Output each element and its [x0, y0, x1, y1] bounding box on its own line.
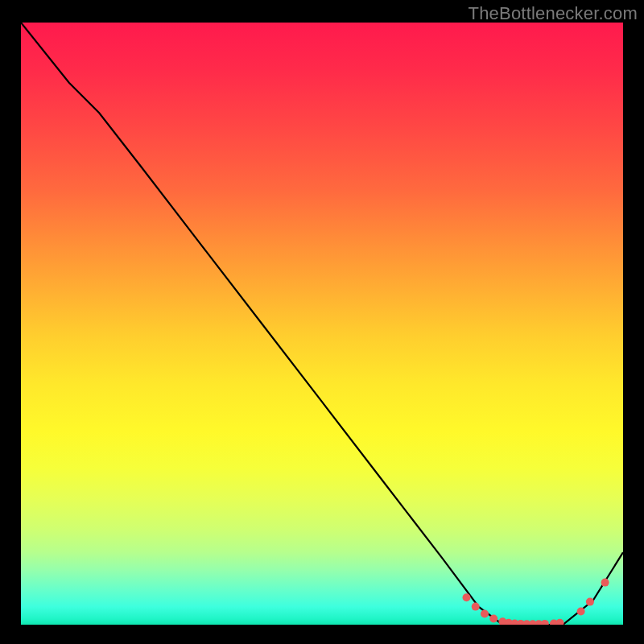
chart-frame: TheBottlenecker.com	[0, 0, 644, 644]
attribution-label: TheBottlenecker.com	[469, 3, 638, 24]
data-marker	[577, 608, 585, 616]
plot-area	[21, 23, 623, 625]
data-marker	[463, 593, 471, 601]
data-marker	[601, 579, 609, 587]
data-marker	[541, 620, 549, 625]
data-marker	[556, 619, 564, 625]
data-marker	[481, 610, 489, 618]
bottleneck-curve	[21, 23, 623, 625]
curve-layer	[21, 23, 623, 625]
data-marker	[586, 598, 594, 606]
data-marker	[489, 615, 497, 623]
data-marker	[472, 603, 480, 611]
